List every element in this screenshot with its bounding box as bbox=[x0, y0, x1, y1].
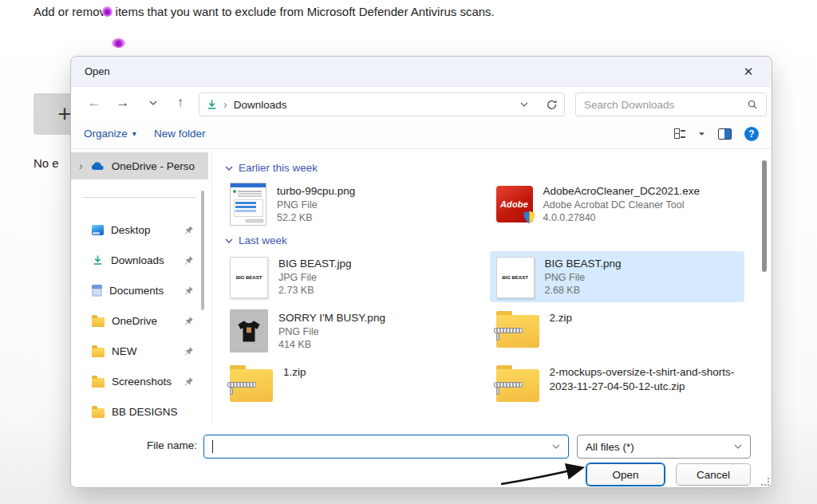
file-size-text: 2.68 KB bbox=[545, 284, 622, 297]
file-item[interactable]: 2-mockups-oversize-t-shirt-and-shorts-20… bbox=[490, 360, 745, 411]
file-type-select[interactable]: All files (*) bbox=[577, 435, 751, 459]
folder-icon bbox=[92, 317, 105, 327]
organize-button[interactable]: Organize ▾ bbox=[84, 119, 136, 148]
recent-locations-button[interactable] bbox=[141, 92, 165, 114]
group-header[interactable]: Last week bbox=[225, 234, 744, 246]
file-item[interactable]: 2.zip bbox=[490, 305, 745, 356]
file-size-text: 4.0.0.27840 bbox=[543, 211, 701, 225]
group-header[interactable]: Earlier this week bbox=[225, 162, 744, 174]
search-box[interactable] bbox=[575, 93, 767, 116]
file-item[interactable]: BIG BEASTBIG BEAST.pngPNG File2.68 KB bbox=[490, 251, 745, 302]
breadcrumb-location[interactable]: Downloads bbox=[234, 99, 287, 111]
view-controls: ? bbox=[674, 119, 759, 148]
file-thumbnail-image: BIG BEAST bbox=[230, 257, 268, 298]
file-item[interactable]: turbo-99cpu.pngPNG File52.2 KB bbox=[223, 179, 479, 230]
pin-icon bbox=[184, 346, 194, 356]
file-thumbnail-tshirt bbox=[230, 309, 268, 352]
sidebar-item-label: NEW bbox=[112, 345, 137, 357]
forward-icon: → bbox=[116, 95, 130, 111]
file-type-text: PNG File bbox=[545, 271, 622, 285]
file-thumbnail-screenshot bbox=[230, 183, 266, 226]
back-icon: ← bbox=[88, 95, 101, 111]
sidebar-item-documents[interactable]: Documents bbox=[79, 278, 200, 302]
sidebar-root-label: OneDrive - Perso bbox=[112, 160, 195, 172]
file-item[interactable]: 1.zip bbox=[223, 360, 479, 411]
view-caret-icon[interactable] bbox=[698, 132, 705, 136]
pin-icon bbox=[184, 255, 194, 266]
pin-icon bbox=[184, 225, 194, 235]
file-name-label: File name: bbox=[71, 439, 197, 451]
expander-icon[interactable]: › bbox=[79, 159, 83, 172]
help-icon[interactable]: ? bbox=[744, 127, 759, 141]
folder-icon bbox=[92, 378, 105, 388]
sidebar-item-label: Screenshots bbox=[112, 376, 172, 388]
file-item[interactable]: SORRY I'M BUSY.pngPNG File414 KB bbox=[223, 305, 479, 356]
chevron-down-icon bbox=[149, 100, 157, 105]
forward-button[interactable]: → bbox=[111, 92, 135, 114]
text-caret bbox=[212, 440, 213, 453]
address-bar[interactable]: › Downloads bbox=[199, 93, 565, 116]
file-name-text: BIG BEAST.jpg bbox=[278, 257, 352, 271]
open-button[interactable]: Open bbox=[586, 463, 665, 486]
search-input[interactable] bbox=[584, 99, 747, 111]
sidebar-scrollbar[interactable] bbox=[201, 191, 204, 310]
preview-pane-icon[interactable] bbox=[718, 128, 732, 140]
downloads-icon bbox=[92, 254, 104, 266]
file-item[interactable]: BIG BEASTBIG BEAST.jpgJPG File2.73 KB bbox=[223, 251, 479, 302]
group-label: Last week bbox=[239, 234, 287, 246]
file-type-value: All files (*) bbox=[586, 441, 634, 453]
navigation-bar: ← → ↑ › Downloads bbox=[71, 87, 772, 119]
sidebar-item-onedrive[interactable]: OneDrive bbox=[79, 309, 200, 333]
close-button[interactable]: ✕ bbox=[732, 59, 765, 85]
search-icon bbox=[747, 99, 758, 110]
resize-grip[interactable] bbox=[761, 478, 769, 486]
address-dropdown-icon[interactable] bbox=[520, 102, 528, 107]
dialog-titlebar[interactable]: Open ✕ bbox=[71, 57, 772, 87]
sidebar-item-onedrive-personal[interactable]: › OneDrive - Perso bbox=[71, 152, 208, 179]
organize-caret-icon: ▾ bbox=[132, 129, 136, 138]
filename-dropdown-icon[interactable] bbox=[552, 444, 560, 449]
cancel-button[interactable]: Cancel bbox=[676, 463, 751, 486]
dialog-footer: File name: All files (*) Open Cancel bbox=[71, 425, 772, 488]
file-type-text: Adobe Acrobat DC Cleaner Tool bbox=[543, 199, 701, 212]
sidebar-item-label: OneDrive bbox=[112, 315, 157, 327]
sidebar-item-new[interactable]: NEW bbox=[79, 339, 200, 363]
page-description: Add or remove items that you want to exc… bbox=[34, 5, 495, 18]
sidebar-item-bb-designs[interactable]: BB DESIGNS bbox=[79, 400, 200, 423]
file-name-text: turbo-99cpu.png bbox=[277, 184, 355, 199]
file-thumbnail-zip bbox=[496, 365, 539, 402]
file-list-scrollbar[interactable] bbox=[762, 154, 767, 422]
file-name-input[interactable] bbox=[203, 435, 569, 459]
navigation-sidebar: › OneDrive - Perso DesktopDownloadsDocum… bbox=[71, 149, 208, 425]
group-chevron-icon bbox=[225, 166, 233, 171]
sidebar-item-downloads[interactable]: Downloads bbox=[79, 248, 200, 272]
group-chevron-icon bbox=[225, 238, 233, 243]
desktop-icon bbox=[92, 225, 104, 235]
file-size-text: 52.2 KB bbox=[277, 211, 355, 225]
open-file-dialog: Open ✕ ← → ↑ › Downloads bbox=[70, 56, 772, 488]
sidebar-item-desktop[interactable]: Desktop bbox=[79, 218, 200, 242]
view-options-icon[interactable] bbox=[674, 128, 685, 139]
refresh-icon[interactable] bbox=[546, 99, 558, 111]
back-button[interactable]: ← bbox=[82, 92, 106, 114]
sidebar-item-label: Documents bbox=[109, 285, 164, 297]
file-name-text: AdobeAcroCleaner_DC2021.exe bbox=[543, 184, 701, 199]
dialog-title: Open bbox=[85, 57, 110, 87]
sidebar-item-label: BB DESIGNS bbox=[112, 406, 178, 418]
filetype-dropdown-icon bbox=[734, 444, 742, 449]
file-size-text: 2.73 KB bbox=[278, 284, 352, 297]
up-icon: ↑ bbox=[177, 95, 184, 111]
up-button[interactable]: ↑ bbox=[168, 92, 192, 114]
file-list: Earlier this weekturbo-99cpu.pngPNG File… bbox=[211, 152, 759, 425]
new-folder-button[interactable]: New folder bbox=[154, 119, 206, 148]
organize-label: Organize bbox=[84, 128, 128, 140]
breadcrumb-separator: › bbox=[223, 98, 227, 111]
file-name-text: 2-mockups-oversize-t-shirt-and-shorts-20… bbox=[550, 365, 739, 393]
file-thumbnail-zip bbox=[496, 311, 539, 348]
file-item[interactable]: AdobeAdobeAcroCleaner_DC2021.exeAdobe Ac… bbox=[490, 179, 745, 230]
sidebar-item-label: Desktop bbox=[111, 224, 151, 236]
file-name-text: 1.zip bbox=[283, 365, 306, 380]
sidebar-item-screenshots[interactable]: Screenshots bbox=[79, 369, 200, 393]
group-label: Earlier this week bbox=[239, 162, 318, 174]
pin-icon bbox=[184, 316, 194, 326]
